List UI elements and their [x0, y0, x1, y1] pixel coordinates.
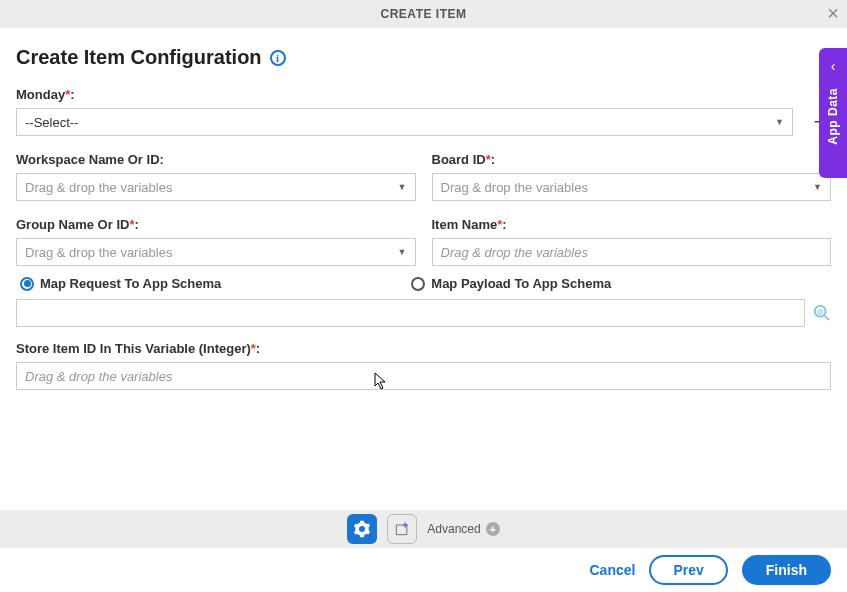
- item-name-placeholder: Drag & drop the variables: [441, 245, 588, 260]
- footer-buttons: Cancel Prev Finish: [0, 548, 847, 592]
- store-placeholder: Drag & drop the variables: [25, 369, 172, 384]
- store-label: Store Item ID In This Variable (Integer)…: [16, 341, 831, 356]
- dialog-title: CREATE ITEM: [381, 7, 467, 21]
- field-board: Board ID*: Drag & drop the variables ▼: [432, 152, 832, 201]
- chevron-left-icon: ‹: [831, 58, 836, 74]
- board-input[interactable]: Drag & drop the variables ▼: [432, 173, 832, 201]
- monday-select-value: --Select--: [25, 115, 78, 130]
- chevron-down-icon: ▼: [813, 182, 822, 192]
- schema-input[interactable]: [16, 299, 805, 327]
- field-store-item-id: Store Item ID In This Variable (Integer)…: [16, 341, 831, 390]
- monday-label: Monday*:: [16, 87, 831, 102]
- radio-payload-label: Map Payload To App Schema: [431, 276, 611, 291]
- info-icon[interactable]: i: [270, 50, 286, 66]
- store-item-id-input[interactable]: Drag & drop the variables: [16, 362, 831, 390]
- schema-radio-row: Map Request To App Schema Map Payload To…: [16, 276, 831, 291]
- advanced-label: Advanced: [427, 522, 480, 536]
- item-label: Item Name*:: [432, 217, 832, 232]
- advanced-toggle[interactable]: Advanced +: [427, 522, 499, 536]
- app-data-panel-toggle[interactable]: ‹ App Data: [819, 48, 847, 178]
- schema-input-row: @: [16, 299, 831, 327]
- board-label: Board ID*:: [432, 152, 832, 167]
- finish-button[interactable]: Finish: [742, 555, 831, 585]
- footer-toolbar: Advanced +: [0, 510, 847, 548]
- chevron-down-icon: ▼: [398, 247, 407, 257]
- radio-selected-icon: [20, 277, 34, 291]
- field-monday: Monday*: --Select-- ▼ +: [16, 87, 831, 136]
- content-area: Create Item Configuration i Monday*: --S…: [0, 28, 847, 512]
- radio-map-payload[interactable]: Map Payload To App Schema: [411, 276, 611, 291]
- new-window-button[interactable]: [387, 514, 417, 544]
- board-placeholder: Drag & drop the variables: [441, 180, 588, 195]
- chevron-down-icon: ▼: [775, 117, 784, 127]
- radio-unselected-icon: [411, 277, 425, 291]
- cancel-button[interactable]: Cancel: [589, 562, 635, 578]
- field-item-name: Item Name*: Drag & drop the variables: [432, 217, 832, 266]
- workspace-placeholder: Drag & drop the variables: [25, 180, 172, 195]
- dialog-header: CREATE ITEM ×: [0, 0, 847, 28]
- chevron-down-icon: ▼: [398, 182, 407, 192]
- page-title-row: Create Item Configuration i: [16, 46, 286, 69]
- app-data-label: App Data: [826, 88, 840, 145]
- field-group-name: Group Name Or ID*: Drag & drop the varia…: [16, 217, 416, 266]
- workspace-label: Workspace Name Or ID:: [16, 152, 416, 167]
- radio-request-label: Map Request To App Schema: [40, 276, 221, 291]
- item-name-input[interactable]: Drag & drop the variables: [432, 238, 832, 266]
- group-input[interactable]: Drag & drop the variables ▼: [16, 238, 416, 266]
- prev-button[interactable]: Prev: [649, 555, 727, 585]
- monday-select[interactable]: --Select-- ▼: [16, 108, 793, 136]
- gear-icon: [353, 520, 371, 538]
- close-icon[interactable]: ×: [827, 3, 839, 23]
- new-window-icon: [394, 521, 410, 537]
- workspace-input[interactable]: Drag & drop the variables ▼: [16, 173, 416, 201]
- group-label: Group Name Or ID*:: [16, 217, 416, 232]
- svg-line-1: [825, 316, 830, 321]
- plus-circle-icon: +: [486, 522, 500, 536]
- settings-button[interactable]: [347, 514, 377, 544]
- group-placeholder: Drag & drop the variables: [25, 245, 172, 260]
- field-workspace: Workspace Name Or ID: Drag & drop the va…: [16, 152, 416, 201]
- radio-map-request[interactable]: Map Request To App Schema: [20, 276, 221, 291]
- svg-text:@: @: [817, 307, 824, 316]
- schema-browse-icon[interactable]: @: [813, 304, 831, 322]
- page-title: Create Item Configuration: [16, 46, 262, 69]
